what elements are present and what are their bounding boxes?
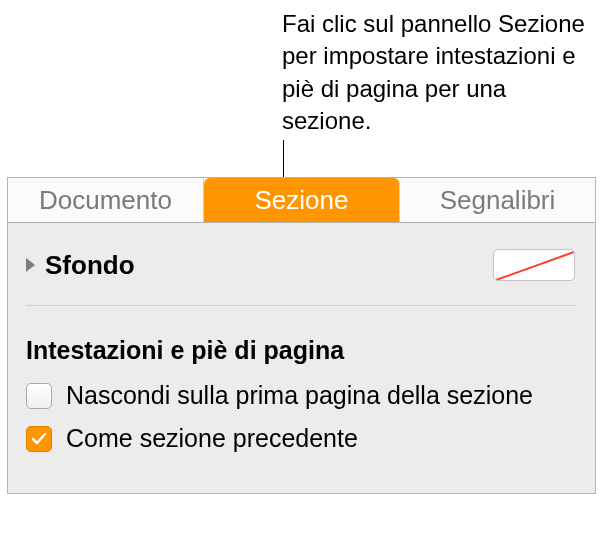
background-label: Sfondo	[45, 250, 135, 281]
tab-bar: Documento Sezione Segnalibri	[8, 178, 595, 223]
callout-leader-line	[283, 140, 284, 177]
section-body: Sfondo Intestazioni e piè di pagina Nasc…	[8, 223, 595, 493]
hide-first-page-row[interactable]: Nascondi sulla prima pagina della sezion…	[26, 381, 575, 410]
background-color-well[interactable]	[493, 249, 575, 281]
chevron-right-icon[interactable]	[26, 258, 35, 272]
svg-line-0	[496, 252, 574, 280]
tab-bookmarks[interactable]: Segnalibri	[400, 178, 595, 222]
checkmark-icon	[30, 430, 48, 448]
background-row: Sfondo	[26, 245, 575, 306]
tab-document[interactable]: Documento	[8, 178, 204, 222]
background-left-group: Sfondo	[26, 250, 135, 281]
tab-section[interactable]: Sezione	[204, 178, 400, 222]
no-fill-icon	[494, 250, 575, 281]
match-previous-checkbox[interactable]	[26, 426, 52, 452]
headers-footers-title: Intestazioni e piè di pagina	[26, 336, 575, 365]
hide-first-page-checkbox[interactable]	[26, 383, 52, 409]
hide-first-page-label: Nascondi sulla prima pagina della sezion…	[66, 381, 533, 410]
callout-text: Fai clic sul pannello Sezione per impost…	[282, 8, 592, 138]
match-previous-label: Come sezione precedente	[66, 424, 358, 453]
inspector-panel: Documento Sezione Segnalibri Sfondo Inte…	[7, 177, 596, 494]
match-previous-row[interactable]: Come sezione precedente	[26, 424, 575, 453]
